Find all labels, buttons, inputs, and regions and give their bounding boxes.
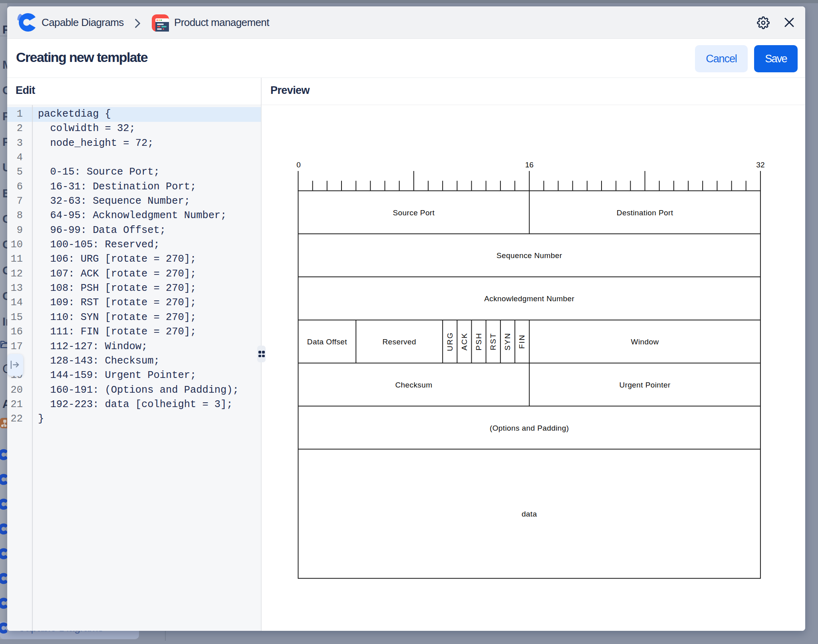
svg-text:FIN: FIN <box>518 334 526 349</box>
svg-text:16: 16 <box>525 161 534 169</box>
svg-text:Destination Port: Destination Port <box>617 209 673 217</box>
svg-text:data: data <box>522 510 537 518</box>
svg-text:(Options and Padding): (Options and Padding) <box>490 424 569 432</box>
svg-text:Reserved: Reserved <box>382 338 416 346</box>
svg-text:RST: RST <box>489 333 497 350</box>
svg-text:Acknowledgment Number: Acknowledgment Number <box>484 294 574 303</box>
svg-text:32: 32 <box>756 161 764 169</box>
svg-text:SYN: SYN <box>503 332 512 350</box>
svg-text:Window: Window <box>631 338 659 346</box>
svg-text:0: 0 <box>296 161 301 169</box>
svg-text:Checksum: Checksum <box>395 381 432 389</box>
svg-text:Source Port: Source Port <box>393 209 435 217</box>
svg-text:Sequence Number: Sequence Number <box>496 251 562 260</box>
svg-text:Urgent Pointer: Urgent Pointer <box>619 381 671 389</box>
svg-text:ACK: ACK <box>460 332 469 350</box>
svg-text:URG: URG <box>446 332 454 351</box>
svg-text:PSH: PSH <box>475 332 483 350</box>
svg-text:Data Offset: Data Offset <box>307 338 347 346</box>
